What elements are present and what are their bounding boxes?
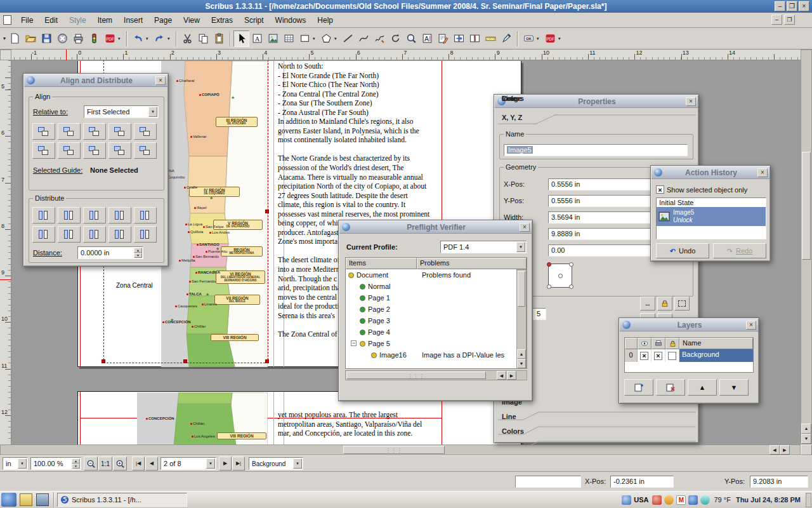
close-document-button[interactable]	[55, 30, 70, 47]
make-horizontal-gaps-equal[interactable]	[108, 207, 131, 224]
scrollbar-thumb[interactable]: ⋮⋮⋮	[343, 446, 445, 454]
layer-row[interactable]: 0 Background	[625, 349, 753, 362]
task-button-scribus[interactable]: Scribus 1.3.3.11 - [/h...	[57, 493, 187, 507]
panel-hide-handle[interactable]	[806, 493, 811, 507]
menubar-item[interactable]: Windows	[270, 14, 312, 27]
shape-dropdown-icon[interactable]: ▾	[313, 36, 318, 41]
new-layer-button[interactable]	[624, 379, 653, 396]
menubar-item[interactable]: Insert	[118, 14, 148, 27]
delete-layer-button[interactable]	[656, 379, 685, 396]
distribute-x[interactable]	[134, 207, 157, 224]
selection-handle[interactable]	[183, 359, 187, 363]
redo-dropdown-icon[interactable]: ▾	[167, 36, 173, 41]
pdf-tools-button[interactable]: PDF	[542, 30, 558, 47]
selection-handle[interactable]	[265, 359, 269, 363]
center-on-vertical-axis[interactable]	[83, 123, 106, 140]
cut-button[interactable]	[180, 30, 195, 47]
redo-button[interactable]: ↷Redo	[713, 243, 766, 258]
preflight-tree-row[interactable]: Document Problems found	[346, 269, 527, 281]
scroll-right-icon[interactable]: ▶	[507, 371, 516, 380]
align-top-edges[interactable]	[32, 142, 55, 159]
eyedropper-tool[interactable]	[499, 30, 514, 47]
preflight-tree-row[interactable]: Normal	[346, 281, 527, 292]
export-pdf-button[interactable]: PDF	[102, 30, 118, 47]
layer-name[interactable]: Background	[679, 349, 753, 362]
layer-select[interactable]: Background	[249, 457, 303, 470]
scroll-down-icon[interactable]: ▼	[801, 434, 811, 444]
window-close-button[interactable]: ×	[799, 1, 809, 11]
problems-column-header[interactable]: Problems	[417, 258, 527, 269]
klipper-tray-icon[interactable]	[622, 495, 631, 505]
preflight-tree-row[interactable]: − Page 5	[346, 338, 527, 349]
scroll-left-icon[interactable]: ◀	[769, 445, 780, 455]
export-pdf-dropdown-icon[interactable]: ▾	[118, 36, 124, 41]
align-left[interactable]	[58, 123, 81, 140]
zoom-tool[interactable]	[403, 30, 419, 47]
zoom-out-button[interactable]	[84, 457, 98, 471]
dialog-titlebar[interactable]: Action History	[652, 166, 769, 179]
align-right-edges[interactable]	[134, 123, 157, 140]
kmenu-button[interactable]	[1, 493, 16, 507]
layer-lock-cell[interactable]	[665, 349, 679, 362]
distance-spinner[interactable]: 0.0000 in	[77, 246, 143, 259]
distribute-left-sides[interactable]	[32, 207, 55, 224]
weather-tray-icon[interactable]	[664, 495, 674, 505]
flip-horizontal-button[interactable]: ↔	[640, 297, 655, 311]
close-icon[interactable]	[155, 76, 166, 85]
preflight-tree-row[interactable]: Image16 Image has a DPI-Value les	[346, 349, 527, 361]
mixer-tray-icon[interactable]	[700, 495, 710, 505]
close-icon[interactable]	[520, 223, 530, 232]
dialog-titlebar[interactable]: Align and Distribute	[24, 74, 167, 87]
align-top[interactable]	[58, 142, 81, 159]
first-page-button[interactable]: |◀	[132, 457, 145, 471]
paste-button[interactable]	[211, 30, 227, 47]
preflight-verifier-button[interactable]	[86, 30, 102, 47]
history-item-selected[interactable]: Image5 Unlock	[657, 207, 766, 226]
menubar-item[interactable]: Item	[92, 14, 118, 27]
dialog-titlebar[interactable]: Preflight Verifier	[339, 221, 532, 234]
unit-select[interactable]: in	[3, 457, 28, 470]
page-select[interactable]: 2 of 8	[160, 457, 216, 470]
insert-text-frame-tool[interactable]: A	[249, 30, 265, 47]
edit-contents-tool[interactable]: A	[419, 30, 435, 47]
keyboard-layout-indicator[interactable]: USA	[634, 496, 648, 504]
distribute-right-sides[interactable]	[83, 207, 106, 224]
close-icon[interactable]	[686, 97, 696, 106]
tab-colors[interactable]: Colors	[502, 427, 524, 435]
lock-object-button[interactable]	[657, 297, 672, 311]
items-column-header[interactable]: Items	[346, 258, 417, 269]
desktop-launcher-icon[interactable]	[36, 493, 49, 506]
chile-map-image-frame[interactable]: VIII REGIÓN CONCEPCIÓN Chillán Los Angel…	[137, 392, 268, 444]
scrollbar-thumb[interactable]: ⋮⋮⋮	[346, 371, 486, 379]
scrollbar-thumb[interactable]	[518, 271, 525, 307]
insert-table-tool[interactable]	[281, 30, 297, 47]
selection-handle[interactable]	[102, 359, 105, 363]
layer-visible-cell[interactable]	[638, 349, 652, 362]
menubar-item[interactable]: Extras	[206, 14, 239, 27]
insert-shape-tool[interactable]	[297, 30, 313, 47]
tree-expander-icon[interactable]: −	[351, 340, 357, 346]
undo-button[interactable]	[130, 30, 146, 47]
weather-temperature[interactable]: 79 °F	[714, 496, 730, 504]
undo-dropdown-icon[interactable]: ▾	[146, 36, 152, 41]
raise-layer-button[interactable]: ▲	[688, 379, 717, 396]
distribute-y[interactable]	[134, 226, 157, 243]
distribute-bottom-sides[interactable]	[83, 226, 106, 243]
mdi-minimize-button[interactable]: –	[771, 15, 782, 25]
selection-handle[interactable]	[265, 210, 269, 213]
unlink-text-frames-tool[interactable]	[467, 30, 483, 47]
insert-freehand-tool[interactable]	[372, 30, 388, 47]
save-document-button[interactable]	[39, 30, 55, 47]
measurements-tool[interactable]	[483, 30, 499, 47]
pdf-push-button-tool[interactable]: OK	[521, 30, 537, 47]
undo-button[interactable]: ↶Undo	[656, 243, 709, 258]
story-editor-tool[interactable]	[435, 30, 451, 47]
horizontal-scrollbar[interactable]: ⋮⋮⋮ ◀ ▶	[0, 444, 801, 455]
menubar-item[interactable]: Page	[148, 14, 178, 27]
menubar-item[interactable]: Help	[311, 14, 339, 27]
status-message-field[interactable]	[515, 476, 581, 488]
insert-image-frame-tool[interactable]	[265, 30, 281, 47]
new-document-button[interactable]	[7, 30, 23, 47]
preflight-vertical-scrollbar[interactable]: ▲ ▼	[516, 269, 527, 369]
select-item-tool[interactable]	[233, 30, 249, 47]
